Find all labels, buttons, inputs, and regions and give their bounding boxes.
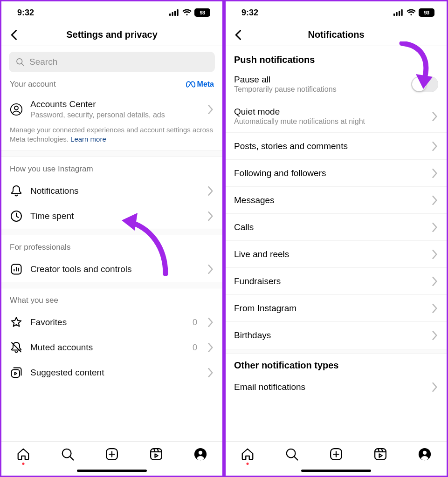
tab-home[interactable] bbox=[16, 447, 30, 461]
media-stack-icon bbox=[10, 366, 23, 379]
chevron-right-icon bbox=[432, 169, 438, 178]
row-creator-tools[interactable]: Creator tools and controls bbox=[1, 257, 222, 282]
row-calls[interactable]: Calls bbox=[226, 214, 447, 241]
row-accounts-center[interactable]: Accounts Center Password, security, pers… bbox=[1, 94, 222, 125]
tab-search[interactable] bbox=[285, 447, 299, 461]
row-subtitle: Automatically mute notifications at nigh… bbox=[234, 117, 425, 126]
row-following-followers[interactable]: Following and followers bbox=[226, 160, 447, 187]
row-label: Posts, stories and comments bbox=[234, 141, 425, 151]
chevron-right-icon bbox=[432, 196, 438, 205]
svg-rect-26 bbox=[401, 9, 403, 16]
row-live-reels[interactable]: Live and reels bbox=[226, 241, 447, 268]
tab-create[interactable] bbox=[329, 447, 343, 461]
row-birthdays[interactable]: Birthdays bbox=[226, 322, 447, 349]
back-button[interactable] bbox=[232, 28, 245, 41]
tab-reels[interactable] bbox=[373, 447, 387, 461]
section-other-notification-types: Other notification types bbox=[226, 354, 447, 374]
section-your-account: Your account Meta bbox=[1, 77, 222, 94]
row-label: Live and reels bbox=[234, 249, 425, 259]
learn-more-link[interactable]: Learn more bbox=[70, 135, 106, 143]
chevron-right-icon bbox=[207, 343, 214, 352]
notification-dot-icon bbox=[247, 463, 249, 465]
row-pause-all[interactable]: Pause all Temporarily pause notification… bbox=[226, 68, 447, 100]
svg-rect-25 bbox=[399, 11, 400, 16]
row-label: Following and followers bbox=[234, 168, 425, 178]
search-icon bbox=[285, 447, 299, 461]
reels-icon bbox=[373, 447, 387, 461]
chevron-left-icon bbox=[8, 28, 21, 41]
star-icon bbox=[10, 316, 23, 329]
row-subtitle: Password, security, personal details, ad… bbox=[30, 110, 200, 120]
tab-search[interactable] bbox=[61, 447, 75, 461]
section-label: What you see bbox=[10, 296, 58, 305]
meta-icon bbox=[186, 81, 195, 88]
reels-icon bbox=[149, 447, 163, 461]
svg-point-7 bbox=[14, 106, 18, 110]
meta-note: Manage your connected experiences and ac… bbox=[1, 125, 222, 151]
tab-home[interactable] bbox=[241, 447, 255, 461]
tab-reels[interactable] bbox=[149, 447, 163, 461]
chevron-right-icon bbox=[432, 250, 438, 259]
row-label: Quiet mode bbox=[234, 107, 425, 117]
svg-rect-23 bbox=[393, 14, 395, 16]
row-label: Notifications bbox=[30, 186, 200, 197]
row-time-spent[interactable]: Time spent bbox=[1, 204, 222, 229]
row-favorites[interactable]: Favorites 0 bbox=[1, 310, 222, 335]
row-label: From Instagram bbox=[234, 303, 425, 313]
section-label: How you use Instagram bbox=[10, 164, 93, 174]
svg-line-28 bbox=[295, 457, 298, 460]
svg-rect-3 bbox=[177, 9, 179, 16]
switch-pause-all[interactable] bbox=[411, 76, 438, 92]
nav-header: Settings and privacy bbox=[1, 24, 222, 46]
svg-rect-2 bbox=[174, 11, 176, 16]
row-fundraisers[interactable]: Fundraisers bbox=[226, 268, 447, 295]
chevron-right-icon bbox=[432, 331, 438, 340]
row-label: Messages bbox=[234, 195, 425, 205]
svg-point-22 bbox=[198, 451, 202, 455]
bell-off-icon bbox=[10, 341, 23, 354]
search-icon bbox=[61, 447, 75, 461]
row-quiet-mode[interactable]: Quiet mode Automatically mute notificati… bbox=[226, 100, 447, 133]
svg-line-13 bbox=[70, 457, 74, 460]
bell-icon bbox=[10, 184, 23, 198]
plus-box-icon bbox=[105, 447, 119, 461]
chevron-right-icon bbox=[207, 105, 214, 114]
tab-profile[interactable] bbox=[418, 447, 432, 461]
clock-icon bbox=[10, 210, 23, 223]
row-label: Calls bbox=[234, 222, 425, 232]
back-button[interactable] bbox=[8, 28, 21, 41]
home-icon bbox=[241, 447, 255, 461]
svg-line-5 bbox=[21, 63, 23, 65]
row-from-instagram[interactable]: From Instagram bbox=[226, 295, 447, 322]
plus-box-icon bbox=[329, 447, 343, 461]
profile-icon bbox=[418, 447, 432, 461]
row-suggested-content[interactable]: Suggested content bbox=[1, 360, 222, 385]
svg-point-27 bbox=[287, 449, 296, 458]
row-label: Email notifications bbox=[234, 382, 425, 392]
chevron-right-icon bbox=[432, 142, 438, 151]
screenshot-notifications: 9:32 93 Notifications Push notifications… bbox=[224, 0, 448, 477]
row-muted-accounts[interactable]: Muted accounts 0 bbox=[1, 335, 222, 360]
chevron-right-icon bbox=[432, 277, 438, 286]
home-icon bbox=[16, 447, 30, 461]
row-label: Time spent bbox=[30, 211, 200, 222]
row-posts-stories[interactable]: Posts, stories and comments bbox=[226, 133, 447, 160]
chevron-right-icon bbox=[432, 382, 438, 392]
row-label: Creator tools and controls bbox=[30, 264, 200, 275]
chevron-right-icon bbox=[207, 368, 214, 377]
search-input[interactable]: Search bbox=[9, 52, 215, 72]
row-email-notifications[interactable]: Email notifications bbox=[226, 374, 447, 401]
row-messages[interactable]: Messages bbox=[226, 187, 447, 214]
row-notifications[interactable]: Notifications bbox=[1, 178, 222, 204]
tab-bar bbox=[1, 441, 222, 476]
section-push-notifications: Push notifications bbox=[226, 46, 447, 68]
tab-profile[interactable] bbox=[193, 447, 207, 461]
row-label: Fundraisers bbox=[234, 276, 425, 286]
chevron-right-icon bbox=[207, 186, 214, 196]
svg-point-37 bbox=[422, 451, 426, 455]
row-label: Birthdays bbox=[234, 330, 425, 341]
page-title: Settings and privacy bbox=[1, 29, 222, 40]
chart-box-icon bbox=[10, 263, 23, 276]
svg-point-12 bbox=[62, 449, 71, 458]
tab-create[interactable] bbox=[105, 447, 119, 461]
